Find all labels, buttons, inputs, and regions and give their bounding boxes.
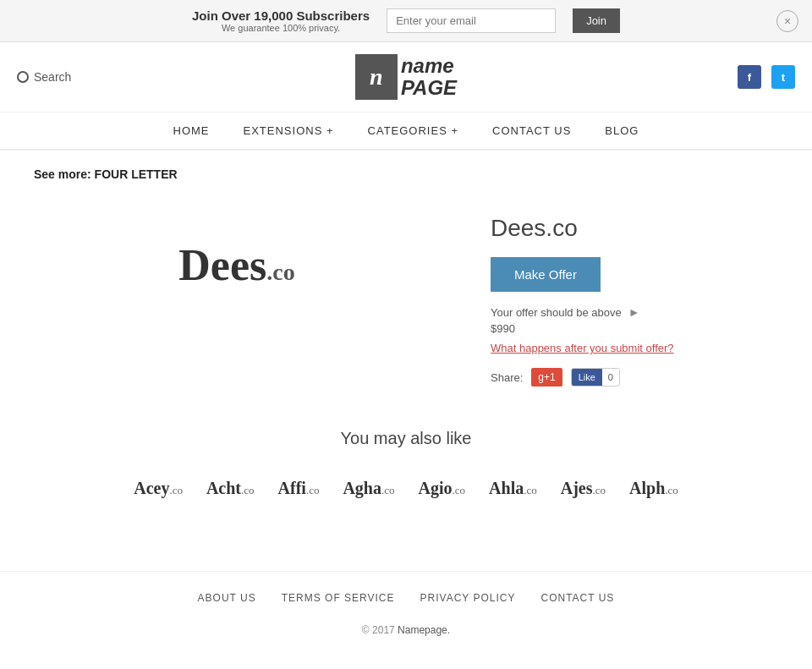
facebook-icon[interactable]: f bbox=[738, 65, 761, 89]
domain-logo-display: Dees.co bbox=[178, 240, 294, 290]
also-like-item[interactable]: Ajes.co bbox=[549, 474, 617, 503]
footer-tos[interactable]: TERMS OF SERVICE bbox=[282, 592, 395, 604]
main-nav: HOME EXTENSIONS + CATEGORIES + CONTACT U… bbox=[0, 112, 812, 151]
breadcrumb-prefix: See more: bbox=[34, 167, 91, 181]
logo[interactable]: n name PAGE bbox=[355, 54, 457, 100]
share-row: Share: g+1 Like 0 bbox=[491, 368, 778, 387]
header: Search n name PAGE f t bbox=[0, 42, 812, 112]
google-plus-button[interactable]: g+1 bbox=[531, 368, 562, 387]
footer-year: © 2017 bbox=[362, 624, 395, 636]
facebook-like: Like 0 bbox=[571, 368, 620, 387]
logo-icon: n bbox=[355, 54, 398, 100]
logo-text: name PAGE bbox=[401, 55, 457, 100]
domain-name-part: Dees bbox=[178, 241, 266, 289]
facebook-like-count: 0 bbox=[602, 369, 619, 386]
main-content: See more: FOUR LETTER Dees.co Dees.co Ma… bbox=[0, 151, 812, 537]
twitter-icon[interactable]: t bbox=[771, 65, 795, 89]
offer-hint: Your offer should be above ► bbox=[491, 305, 778, 319]
also-like-item[interactable]: Agio.co bbox=[407, 474, 478, 503]
facebook-like-button[interactable]: Like bbox=[572, 369, 602, 386]
make-offer-button[interactable]: Make Offer bbox=[491, 257, 601, 292]
social-links: f t bbox=[694, 65, 795, 89]
banner-text: Join Over 19,000 Subscribers We guarante… bbox=[192, 8, 370, 33]
logo-name: name bbox=[401, 55, 457, 77]
domain-tld-part: .co bbox=[266, 259, 294, 285]
footer-contact[interactable]: CONTACT US bbox=[540, 592, 614, 604]
nav-categories[interactable]: CATEGORIES + bbox=[368, 124, 458, 137]
offer-amount: $990 bbox=[491, 322, 778, 335]
also-like-section: You may also like Acey.coAcht.coAffi.coA… bbox=[34, 429, 778, 503]
also-like-item[interactable]: Agha.co bbox=[331, 474, 406, 503]
close-banner-button[interactable]: × bbox=[776, 10, 798, 32]
offer-info-link[interactable]: What happens after you submit offer? bbox=[491, 342, 778, 354]
nav-extensions[interactable]: EXTENSIONS + bbox=[244, 124, 334, 137]
offer-hint-text: Your offer should be above bbox=[491, 306, 622, 319]
banner-headline: Join Over 19,000 Subscribers bbox=[192, 8, 370, 23]
footer-copy: © 2017 Namepage. bbox=[0, 624, 812, 653]
search-label: Search bbox=[34, 70, 71, 84]
domain-section: Dees.co Dees.co Make Offer Your offer sh… bbox=[34, 206, 778, 387]
breadcrumb: See more: FOUR LETTER bbox=[34, 167, 778, 181]
domain-info: Dees.co Make Offer Your offer should be … bbox=[491, 206, 778, 387]
also-like-item[interactable]: Affi.co bbox=[266, 474, 332, 503]
share-label: Share: bbox=[491, 371, 523, 384]
also-like-item[interactable]: Acey.co bbox=[122, 474, 195, 503]
breadcrumb-link[interactable]: FOUR LETTER bbox=[95, 167, 178, 181]
footer-privacy[interactable]: PRIVACY POLICY bbox=[420, 592, 516, 604]
nav-blog[interactable]: BLOG bbox=[605, 124, 639, 137]
also-like-item[interactable]: Alph.co bbox=[617, 474, 690, 503]
banner-subline: We guarantee 100% privacy. bbox=[192, 23, 370, 33]
footer-links: ABOUT US TERMS OF SERVICE PRIVACY POLICY… bbox=[0, 571, 812, 624]
offer-arrow-icon: ► bbox=[628, 305, 640, 319]
logo-page: PAGE bbox=[401, 77, 457, 99]
domain-logo-area: Dees.co bbox=[34, 206, 440, 324]
nav-home[interactable]: HOME bbox=[173, 124, 210, 137]
also-like-heading: You may also like bbox=[34, 429, 778, 448]
also-like-item[interactable]: Acht.co bbox=[195, 474, 266, 503]
top-banner: Join Over 19,000 Subscribers We guarante… bbox=[0, 0, 812, 42]
search-icon bbox=[17, 71, 29, 83]
email-input[interactable] bbox=[387, 8, 556, 33]
nav-contact[interactable]: CONTACT US bbox=[492, 124, 571, 137]
footer-about[interactable]: ABOUT US bbox=[198, 592, 256, 604]
footer-brand-link[interactable]: Namepage. bbox=[398, 624, 450, 636]
also-like-item[interactable]: Ahla.co bbox=[477, 474, 549, 503]
search-trigger[interactable]: Search bbox=[17, 70, 118, 84]
domain-title: Dees.co bbox=[491, 215, 778, 242]
also-like-grid: Acey.coAcht.coAffi.coAgha.coAgio.coAhla.… bbox=[34, 474, 778, 503]
join-button[interactable]: Join bbox=[573, 8, 620, 33]
